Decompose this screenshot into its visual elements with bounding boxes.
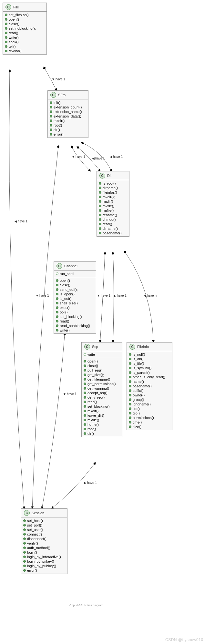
method: seek() <box>5 40 45 44</box>
method: is_file() <box>129 361 170 366</box>
method: open() <box>84 359 120 363</box>
method: is_open() <box>56 292 94 296</box>
method: set_blocking() <box>56 314 94 319</box>
class-title: Scp <box>92 345 98 349</box>
method: set_blocking() <box>84 404 120 409</box>
class-header: C Dir <box>97 171 129 180</box>
methods-section: open() close() send_eof(); is_open() is_… <box>54 277 96 333</box>
method: mkdir(); <box>99 195 127 199</box>
method: login_by_prikey() <box>23 559 65 564</box>
attrs-section: write <box>82 351 122 358</box>
class-icon: C <box>56 263 62 269</box>
method: get_filename() <box>84 377 120 382</box>
class-fileinfo: C FileInfo is_null() is_dir() is_file() … <box>127 342 172 430</box>
method: time() <box>129 420 170 424</box>
class-header: C SFtp <box>48 91 88 99</box>
class-icon: C <box>129 344 135 350</box>
methods-section: open() close() pull_req() get_size(); ge… <box>82 358 122 437</box>
method: auth_method() <box>23 546 65 550</box>
class-title: SFtp <box>58 93 66 97</box>
method: read() <box>84 400 120 404</box>
edge-label: ◀ have 1 <box>92 157 105 160</box>
class-dir: C Dir is_root() dirname() fileinfos() mk… <box>97 171 129 237</box>
class-icon: C <box>50 92 56 98</box>
watermark: CSDN @flysnow010 <box>165 638 203 642</box>
method: set_filesize() <box>5 13 45 17</box>
edge-label: ▼ have 1 <box>52 77 65 81</box>
method: uid() <box>129 406 170 411</box>
method: set_user() <box>23 527 65 532</box>
method: rename() <box>99 213 127 217</box>
method: error() <box>23 568 65 573</box>
method: write() <box>5 35 45 40</box>
method: root() <box>84 427 120 431</box>
method: set_host() <box>23 518 65 523</box>
methods-section: set_host() set_port() set_user() connect… <box>21 517 67 574</box>
method: read() <box>5 31 45 35</box>
method: login_by_pubkey() <box>23 564 65 568</box>
method: is_symlink() <box>129 366 170 370</box>
edge-label: ▼ have 1 <box>63 392 77 396</box>
method: accept_req() <box>84 391 120 395</box>
class-header: C FileInfo <box>127 342 172 351</box>
method: gid() <box>129 411 170 415</box>
method: close() <box>84 363 120 368</box>
method: is_root() <box>99 181 127 186</box>
diagram-caption: CppLibSSH class diagram <box>69 604 103 607</box>
method: extension_name() <box>50 109 86 114</box>
method: send_eof(); <box>56 287 94 292</box>
attribute: write <box>84 352 120 357</box>
method: dirname() <box>99 186 127 190</box>
edge-label: ▲ have 1 <box>113 294 127 297</box>
method: shell_size() <box>56 301 94 305</box>
methods-section: init() extension_count() extension_name(… <box>48 99 88 138</box>
method: open() <box>56 278 94 283</box>
edge-label: ▼ have 1 <box>97 294 110 297</box>
method: disconnect() <box>23 537 65 541</box>
method: error() <box>50 132 86 137</box>
method: chmod() <box>99 217 127 222</box>
method: read() <box>56 319 94 323</box>
class-session: C Session set_host() set_port() set_user… <box>21 508 67 574</box>
method: is_parent() <box>129 370 170 375</box>
method: rewind() <box>5 49 45 53</box>
class-file: C File set_filesize() open() close() set… <box>3 3 47 55</box>
class-title: Dir <box>107 174 112 178</box>
method: extension_count() <box>50 105 86 109</box>
method: is_dir() <box>129 357 170 361</box>
methods-section: is_null() is_dir() is_file() is_symlink(… <box>127 351 172 430</box>
method: is_eof() <box>56 296 94 301</box>
method: get_permissions() <box>84 382 120 386</box>
method: leave_dir() <box>84 413 120 418</box>
method: deny_req() <box>84 395 120 400</box>
attrs-section: run_shell <box>54 271 96 277</box>
class-icon: C <box>99 173 105 179</box>
class-icon: C <box>24 510 30 516</box>
method: exec() <box>56 305 94 310</box>
method: other_is_only_read() <box>129 375 170 379</box>
method: mkfile() <box>99 204 127 208</box>
method: connect() <box>23 532 65 537</box>
method: longname() <box>129 402 170 406</box>
method: tell() <box>5 44 45 49</box>
class-title: Session <box>32 511 44 515</box>
method: root() <box>50 123 86 128</box>
method: open() <box>5 17 45 22</box>
method: get_size(); <box>84 373 120 377</box>
class-channel: C Channel run_shell open() close() send_… <box>54 261 96 334</box>
class-title: FileInfo <box>137 345 149 349</box>
methods-section: is_root() dirname() fileinfos() mkdir();… <box>97 180 129 236</box>
class-title: Channel <box>64 264 77 268</box>
method: close() <box>5 22 45 26</box>
method: rmfile() <box>99 208 127 213</box>
method: set_port() <box>23 523 65 527</box>
method: get_warning() <box>84 386 120 391</box>
method: size() <box>129 424 170 429</box>
method: poll() <box>56 310 94 314</box>
class-title: File <box>13 5 19 9</box>
method: mkfile() <box>84 418 120 422</box>
method: owner() <box>129 393 170 397</box>
class-header: C Scp <box>82 342 122 351</box>
method: login_by_interactive() <box>23 555 65 559</box>
method: read() <box>99 222 127 226</box>
